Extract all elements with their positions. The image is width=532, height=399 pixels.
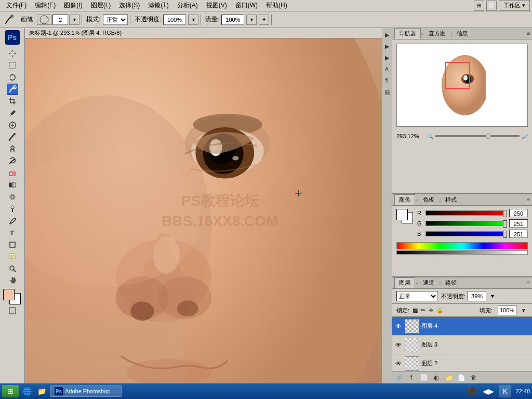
- workspace-button[interactable]: 工作区 ▾: [499, 0, 530, 11]
- flow-input[interactable]: [221, 15, 244, 25]
- selection-tool[interactable]: [7, 60, 18, 71]
- menu-edit[interactable]: 编辑(E): [31, 0, 60, 11]
- quick-select-tool[interactable]: [7, 84, 18, 95]
- screen-mode-tool[interactable]: [7, 305, 18, 316]
- g-value[interactable]: 251: [509, 219, 528, 228]
- opacity-dropdown[interactable]: ▾: [488, 292, 497, 300]
- move-tool[interactable]: [7, 48, 18, 59]
- menu-window[interactable]: 窗口(W): [231, 0, 262, 11]
- clone-stamp-tool[interactable]: [7, 143, 18, 155]
- notes-tool[interactable]: [7, 251, 18, 262]
- r-slider[interactable]: [425, 210, 507, 216]
- screen-mode-btn[interactable]: ⬜: [486, 1, 497, 11]
- text-tool[interactable]: T: [7, 227, 18, 238]
- start-button[interactable]: ⊞: [2, 385, 19, 397]
- side-btn-5[interactable]: ¶: [382, 76, 392, 85]
- gradient-tool[interactable]: [7, 179, 18, 191]
- tab-paths[interactable]: 路径: [441, 277, 461, 288]
- delete-layer-icon[interactable]: 🗑: [469, 373, 478, 382]
- menu-help[interactable]: 帮助(H): [262, 0, 291, 11]
- layer-adjustment-icon[interactable]: ◐: [432, 373, 441, 382]
- pen-tool[interactable]: [7, 215, 18, 227]
- layer-effects-icon[interactable]: f: [407, 373, 416, 382]
- taskbar-lang-icon[interactable]: K: [499, 385, 511, 397]
- layer-link-icon[interactable]: 🔗: [394, 373, 404, 382]
- blur-tool[interactable]: [7, 191, 18, 203]
- b-value[interactable]: 251: [509, 230, 528, 238]
- tab-swatches[interactable]: 色板: [418, 194, 439, 205]
- lock-transparent-icon[interactable]: ▩: [413, 307, 418, 314]
- taskbar-folder-icon[interactable]: 📁: [35, 385, 48, 397]
- r-value[interactable]: 250: [509, 209, 528, 217]
- lock-position-icon[interactable]: ✛: [429, 307, 433, 314]
- options-btn[interactable]: ⊞: [474, 1, 484, 11]
- brush-size-input[interactable]: [52, 15, 68, 25]
- tab-layers[interactable]: 图层: [394, 277, 415, 288]
- side-btn-1[interactable]: ▶: [382, 30, 392, 39]
- fg-bg-colors[interactable]: [3, 289, 22, 304]
- new-layer-icon[interactable]: 📄: [457, 373, 466, 382]
- tab-navigator[interactable]: 导航器: [394, 28, 421, 39]
- zoom-decrease-icon[interactable]: 🔍: [427, 134, 433, 139]
- mode-select[interactable]: 正常: [103, 15, 128, 25]
- taskbar-network-icon[interactable]: ⬛: [466, 385, 478, 397]
- menu-filter[interactable]: 滤镜(T): [144, 0, 172, 11]
- menu-image[interactable]: 图像(I): [60, 0, 86, 11]
- tab-channels[interactable]: 通道: [418, 277, 439, 288]
- layer-visibility-toggle[interactable]: 👁: [394, 322, 403, 330]
- navigator-preview[interactable]: [396, 44, 528, 127]
- side-btn-ruler[interactable]: ▤: [382, 87, 392, 97]
- opacity-input[interactable]: [163, 15, 186, 25]
- layer-item[interactable]: 👁 图层 3: [392, 336, 532, 354]
- fg-bg-swatches[interactable]: [396, 209, 415, 223]
- hand-tool[interactable]: [7, 275, 18, 286]
- menu-select[interactable]: 选择(S): [115, 0, 144, 11]
- taskbar-photoshop-app[interactable]: Ps Adobe Photoshop ...: [50, 385, 122, 397]
- bw-spectrum[interactable]: [396, 250, 528, 255]
- menu-file[interactable]: 文件(F): [2, 0, 31, 11]
- brush-preview[interactable]: [37, 15, 51, 25]
- layers-close[interactable]: ≡: [527, 280, 530, 286]
- layer-mask-icon[interactable]: ⬜: [419, 373, 429, 382]
- shape-tool[interactable]: [7, 239, 18, 250]
- lock-pixels-icon[interactable]: ✏: [421, 307, 425, 314]
- side-btn-2[interactable]: ▶: [382, 42, 392, 51]
- layer-group-icon[interactable]: 📁: [444, 373, 454, 382]
- lock-all-icon[interactable]: 🔒: [436, 307, 444, 314]
- crop-tool[interactable]: [7, 96, 18, 107]
- tab-color[interactable]: 颜色: [394, 194, 415, 205]
- lasso-tool[interactable]: [7, 72, 18, 83]
- fill-value[interactable]: [498, 305, 516, 315]
- side-btn-3[interactable]: ▶: [382, 53, 392, 62]
- blend-mode-select[interactable]: 正常: [396, 291, 438, 301]
- history-brush-tool[interactable]: [7, 155, 18, 167]
- menu-view[interactable]: 视图(V): [202, 0, 231, 11]
- taskbar-ie-icon[interactable]: 🌐: [21, 385, 33, 397]
- brush-tool-icon[interactable]: [2, 12, 17, 27]
- menu-layer[interactable]: 图层(L): [87, 0, 115, 11]
- healing-tool[interactable]: [7, 119, 18, 131]
- tab-styles[interactable]: 样式: [441, 194, 461, 205]
- color-close[interactable]: ≡: [527, 197, 530, 203]
- taskbar-arrow-icon[interactable]: ◀▶: [482, 385, 495, 397]
- zoom-slider[interactable]: [435, 135, 520, 137]
- side-btn-4[interactable]: A: [382, 64, 392, 74]
- layer-visibility-toggle[interactable]: 👁: [394, 341, 403, 349]
- fg-color-swatch[interactable]: [396, 209, 408, 220]
- layer-visibility-toggle[interactable]: 👁: [394, 360, 403, 368]
- flow-dropdown[interactable]: ▾: [246, 15, 257, 25]
- navigator-close[interactable]: ≡: [527, 31, 530, 36]
- menu-analysis[interactable]: 分析(A): [173, 0, 202, 11]
- dodge-tool[interactable]: [7, 203, 18, 215]
- foreground-color[interactable]: [3, 289, 15, 300]
- color-spectrum[interactable]: [396, 242, 528, 249]
- b-slider[interactable]: [425, 231, 507, 236]
- opacity-value[interactable]: [468, 291, 486, 301]
- zoom-tool[interactable]: [7, 263, 18, 274]
- layer-item[interactable]: 👁 图层 2: [392, 354, 532, 371]
- fill-dropdown[interactable]: ▾: [520, 306, 528, 314]
- tab-info[interactable]: 信息: [452, 28, 473, 39]
- eraser-tool[interactable]: [7, 167, 18, 179]
- zoom-increase-icon[interactable]: 🔎: [522, 134, 528, 139]
- airbrush-btn[interactable]: ✦: [259, 15, 269, 25]
